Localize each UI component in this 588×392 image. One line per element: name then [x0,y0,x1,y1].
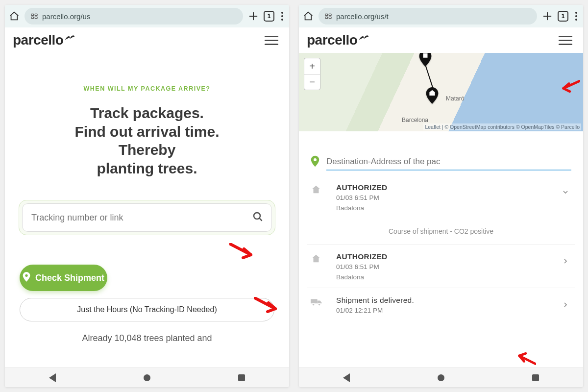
phone-right: parcello.org/us/t 1 parcello + − Barcelo… [299,5,583,387]
svg-rect-10 [423,53,428,58]
search-container [19,200,275,235]
svg-point-11 [314,158,317,161]
svg-rect-1 [35,14,37,15]
nav-recents-icon[interactable] [238,374,245,381]
tracking-input[interactable] [30,212,247,223]
svg-rect-8 [325,17,328,18]
check-shipment-button[interactable]: Check Shipment [20,265,107,291]
annotation-arrow-icon [229,243,256,261]
brand-logo[interactable]: parcello [307,32,369,48]
svg-point-5 [25,274,27,276]
site-permissions-icon [30,12,38,20]
event-status: AUTHORIZED [336,183,556,192]
chevron-right-icon [562,257,571,268]
app-header: parcello [299,27,583,53]
annotation-arrow-icon [559,79,580,94]
phone-left: parcello.org/us 1 parcello WHEN WILL MY … [5,5,289,387]
android-navbar [299,368,583,387]
brand-text: parcello [307,32,357,48]
tabs-button[interactable]: 1 [558,11,568,22]
browser-chrome: parcello.org/us/t 1 [299,5,583,27]
trees-footnote: Already 10,048 trees planted and [15,333,279,343]
event-row[interactable]: Shipment is delivered. 01/02 12:21 PM [307,288,575,316]
destination-pin-icon [311,155,319,169]
map-zoom-control: + − [304,58,320,90]
chevron-right-icon [562,301,571,311]
event-time: 01/03 6:51 PM [336,263,556,270]
tabs-button[interactable]: 1 [264,11,274,22]
shipment-course-caption: Course of shipment - CO2 positive [307,219,575,244]
event-time: 01/03 6:51 PM [336,194,556,201]
browser-home-icon[interactable] [303,11,314,22]
svg-point-13 [312,303,315,306]
new-tab-icon[interactable] [248,11,259,22]
brand-text: parcello [13,32,63,48]
browser-menu-icon[interactable] [573,10,579,23]
hero-headline: Track packages. Find out arrival time. T… [15,104,279,177]
pin-icon [23,272,30,284]
url-text: parcello.org/us/t [336,12,389,21]
map-label-mataro: Mataró [446,95,464,102]
home-icon [311,184,330,197]
event-location: Badalona [336,273,556,281]
event-row[interactable]: AUTHORIZED 01/03 6:51 PM Badalona [307,244,575,288]
tracking-map[interactable]: + − Barcelona Mataró Leaflet | © OpenStr… [299,53,583,131]
hamburger-menu-icon[interactable] [556,33,575,48]
android-navbar [5,368,289,387]
event-row[interactable]: AUTHORIZED 01/03 6:51 PM Badalona [307,175,575,219]
url-bar[interactable]: parcello.org/us [24,8,243,24]
svg-point-14 [318,303,320,306]
zoom-out-button[interactable]: − [304,74,320,90]
brand-logo[interactable]: parcello [13,32,75,48]
svg-rect-0 [31,14,34,15]
event-status: AUTHORIZED [336,252,556,261]
leaf-icon [64,29,75,45]
tabs-count: 1 [562,13,565,20]
map-attribution: Leaflet | © OpenStreetMap contributors ©… [423,123,581,130]
check-shipment-label: Check Shipment [35,273,104,283]
event-time: 01/02 12:21 PM [336,307,556,314]
browser-menu-icon[interactable] [279,10,285,23]
app-header: parcello [5,27,289,53]
nav-back-icon[interactable] [343,373,350,382]
tabs-count: 1 [268,13,271,20]
map-marker-origin-icon [416,53,434,68]
search-icon[interactable] [252,211,264,224]
event-location: Badalona [336,204,556,212]
just-hours-button[interactable]: Just the Hours (No Tracking-ID Needed) [20,298,274,321]
svg-rect-3 [35,17,37,18]
results-panel: AUTHORIZED 01/03 6:51 PM Badalona Course… [299,131,583,345]
url-text: parcello.org/us [42,12,90,21]
svg-rect-9 [329,17,331,18]
hero-eyebrow: WHEN WILL MY PACKAGE ARRIVE? [15,85,279,92]
hamburger-menu-icon[interactable] [262,33,281,48]
nav-back-icon[interactable] [49,373,56,382]
new-tab-icon[interactable] [542,11,553,22]
svg-rect-6 [325,14,328,15]
nav-home-icon[interactable] [144,374,150,381]
browser-home-icon[interactable] [9,11,20,22]
map-marker-destination-icon [423,87,441,105]
svg-rect-2 [31,17,34,18]
zoom-in-button[interactable]: + [304,58,320,74]
event-status: Shipment is delivered. [336,296,556,305]
svg-rect-7 [329,14,331,15]
nav-recents-icon[interactable] [532,374,539,381]
chevron-down-icon [562,188,571,198]
url-bar[interactable]: parcello.org/us/t [318,8,537,24]
destination-address-input[interactable] [326,154,571,171]
nav-home-icon[interactable] [438,374,444,381]
truck-icon [311,297,330,309]
site-permissions-icon [324,12,332,20]
map-label-barcelona: Barcelona [402,117,428,123]
home-icon [311,253,330,266]
svg-rect-12 [311,299,318,303]
annotation-arrow-icon [514,351,536,366]
browser-chrome: parcello.org/us 1 [5,5,289,27]
leaf-icon [358,29,369,45]
